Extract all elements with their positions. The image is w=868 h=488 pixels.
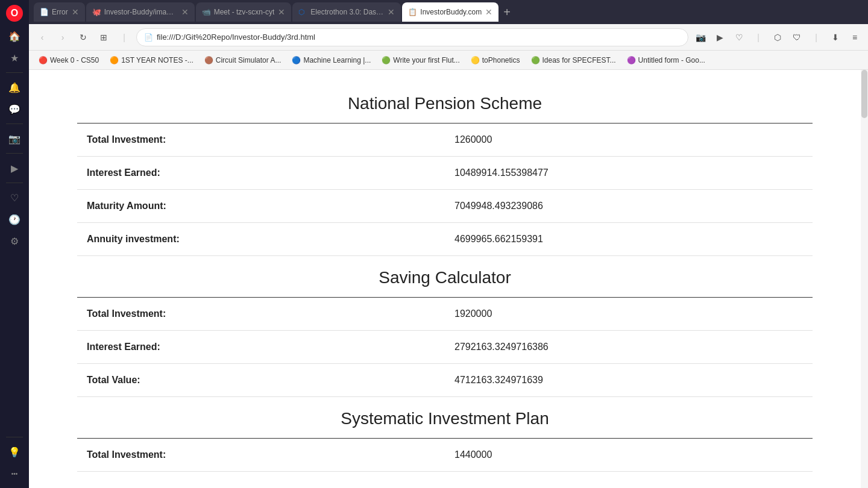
tab-github-close[interactable]: ✕ [181, 7, 189, 17]
bookmark-flutter-favicon: 🟢 [382, 56, 391, 64]
bookmark-flutter[interactable]: 🟢 Write your first Flut... [377, 55, 464, 66]
bookmark-1styear-favicon: 🟠 [110, 56, 119, 64]
tab-github-title: Investor-Buddy/image at m [104, 8, 178, 16]
address-bar[interactable]: 📄 file:///D:/Git%20Repo/Investor-Buddy/3… [136, 28, 688, 46]
saving-row-0: Total Investment: 1920000 [77, 298, 813, 331]
bookmark-1styear[interactable]: 🟠 1ST YEAR NOTES -... [105, 55, 198, 66]
sidebar-divider-3 [6, 153, 23, 154]
nps-value-2: 7049948.493239086 [445, 190, 813, 223]
more-icon[interactable]: ••• [5, 464, 24, 483]
play-icon[interactable]: ▶ [711, 29, 728, 46]
heart-icon[interactable]: ♡ [5, 188, 24, 207]
tab-electrothon-title: Electrothon 3.0: Dashboard [310, 8, 384, 16]
address-text: file:///D:/Git%20Repo/Investor-Buddy/3rd… [157, 33, 315, 42]
instagram-icon[interactable]: 📷 [5, 129, 24, 148]
opera-logo[interactable]: O [6, 5, 23, 22]
sidebar-divider-4 [6, 183, 23, 183]
saving-row-1: Interest Earned: 2792163.3249716386 [77, 331, 813, 364]
bookmark-form[interactable]: 🟣 Untitled form - Goo... [622, 55, 710, 66]
tab-meet-favicon: 📹 [202, 8, 210, 16]
bookmark-cs50-label: Week 0 - CS50 [50, 56, 99, 64]
divider-nav-1: | [116, 29, 133, 46]
sip-value-0: 1440000 [445, 439, 813, 472]
bookmark-specfest[interactable]: 🟢 Ideas for SPECFEST... [526, 55, 621, 66]
browser-chrome: 📄 Error ✕ 🐙 Investor-Buddy/image at m ✕ … [29, 0, 868, 488]
bulb-icon[interactable]: 💡 [5, 442, 24, 461]
tab-error-close[interactable]: ✕ [72, 7, 79, 17]
bookmark-phonetics-label: toPhonetics [482, 56, 520, 64]
tab-investorbuddy-close[interactable]: ✕ [485, 7, 492, 17]
bookmark-circuit-label: Circuit Simulator A... [216, 56, 281, 64]
sip-row-0: Total Investment: 1440000 [77, 439, 813, 472]
tab-meet[interactable]: 📹 Meet - tzv-scxn-cyt ✕ [196, 2, 292, 22]
tab-investorbuddy-favicon: 📋 [408, 8, 417, 16]
bookmark-ml[interactable]: 🔵 Machine Learning |... [287, 55, 376, 66]
sidebar-divider-5 [6, 437, 23, 437]
sidebar-divider-1 [6, 72, 23, 73]
tab-meet-title: Meet - tzv-scxn-cyt [214, 8, 275, 16]
divider-nav-3: | [808, 29, 825, 46]
nps-row-1: Interest Earned: 10489914.155398477 [77, 157, 813, 190]
nps-label-2: Maturity Amount: [77, 190, 445, 223]
whatsapp-icon[interactable]: 💬 [5, 99, 24, 119]
bookmark-flutter-label: Write your first Flut... [393, 56, 459, 64]
camera-icon[interactable]: 📷 [692, 29, 709, 46]
bookmark-specfest-label: Ideas for SPECFEST... [542, 56, 616, 64]
bookmark-phonetics[interactable]: 🟡 toPhonetics [466, 55, 525, 66]
bookmark-form-favicon: 🟣 [627, 56, 636, 64]
opera-sidebar: O 🏠 ★ 🔔 💬 📷 ▶ ♡ 🕐 ⚙ 💡 ••• [0, 0, 29, 488]
saving-value-0: 1920000 [445, 298, 813, 331]
nps-row-3: Annuity investment: 4699965.662159391 [77, 223, 813, 256]
nps-title: National Pension Scheme [77, 94, 813, 113]
grid-view-button[interactable]: ⊞ [95, 29, 112, 46]
saving-value-1: 2792163.3249716386 [445, 331, 813, 364]
nps-value-1: 10489914.155398477 [445, 157, 813, 190]
notifications-icon[interactable]: 🔔 [5, 78, 24, 97]
saving-label-0: Total Investment: [77, 298, 445, 331]
tab-investor-buddy[interactable]: 📋 InvestorBuddy.com ✕ [402, 2, 498, 22]
saving-title: Saving Calculator [77, 268, 813, 287]
reload-button[interactable]: ↻ [75, 29, 92, 46]
star-icon[interactable]: ★ [5, 48, 24, 67]
divider-nav-2: | [750, 29, 767, 46]
bookmark-1styear-label: 1ST YEAR NOTES -... [121, 56, 193, 64]
tab-meet-close[interactable]: ✕ [278, 7, 285, 17]
bookmark-cs50-favicon: 🔴 [39, 56, 48, 64]
vpn-icon[interactable]: ⬡ [769, 29, 786, 46]
tab-electrothon[interactable]: ⬡ Electrothon 3.0: Dashboard ✕ [292, 2, 401, 22]
nps-value-3: 4699965.662159391 [445, 223, 813, 256]
tab-electrothon-close[interactable]: ✕ [388, 7, 395, 17]
history-icon[interactable]: 🕐 [5, 210, 24, 229]
bookmarks-bar: 🔴 Week 0 - CS50 🟠 1ST YEAR NOTES -... 🟤 … [29, 51, 868, 70]
scrollbar-thumb[interactable] [861, 70, 867, 118]
nps-label-0: Total Investment: [77, 124, 445, 157]
send-icon[interactable]: ▶ [5, 158, 24, 178]
shield-icon[interactable]: 🛡 [788, 29, 805, 46]
menu-icon[interactable]: ≡ [846, 29, 863, 46]
tab-electrothon-favicon: ⬡ [298, 8, 307, 16]
saving-value-2: 4712163.324971639 [445, 364, 813, 397]
new-tab-button[interactable]: + [500, 5, 514, 19]
sidebar-divider-2 [6, 124, 23, 124]
bookmark-circuit[interactable]: 🟤 Circuit Simulator A... [200, 55, 286, 66]
bookmark-cs50[interactable]: 🔴 Week 0 - CS50 [34, 55, 104, 66]
download-icon[interactable]: ⬇ [827, 29, 844, 46]
tab-error[interactable]: 📄 Error ✕ [34, 2, 85, 22]
settings-icon[interactable]: ⚙ [5, 231, 24, 251]
home-icon[interactable]: 🏠 [5, 27, 24, 46]
bookmark-ml-favicon: 🔵 [292, 56, 301, 64]
tab-investor-buddy-img[interactable]: 🐙 Investor-Buddy/image at m ✕ [86, 2, 195, 22]
tab-bar: 📄 Error ✕ 🐙 Investor-Buddy/image at m ✕ … [29, 0, 868, 24]
nav-actions: 📷 ▶ ♡ | ⬡ 🛡 | ⬇ ≡ [692, 29, 863, 46]
tab-error-favicon: 📄 [40, 8, 48, 16]
scrollbar-track[interactable] [861, 70, 868, 488]
nps-value-0: 1260000 [445, 124, 813, 157]
back-button[interactable]: ‹ [34, 29, 51, 46]
forward-button[interactable]: › [54, 29, 71, 46]
tab-github-favicon: 🐙 [92, 8, 101, 16]
bookmark-specfest-favicon: 🟢 [531, 56, 540, 64]
sip-title: Systematic Investment Plan [77, 409, 813, 428]
saving-table: Total Investment: 1920000 Interest Earne… [77, 298, 813, 397]
page-content: National Pension Scheme Total Investment… [29, 70, 868, 488]
heart-nav-icon[interactable]: ♡ [731, 29, 747, 46]
